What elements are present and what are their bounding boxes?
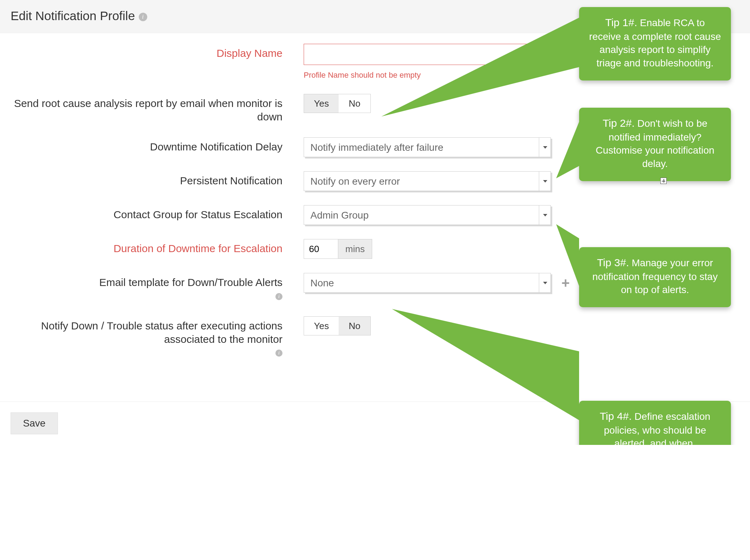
info-icon[interactable]: i xyxy=(275,350,282,357)
label-duration: Duration of Downtime for Escalation xyxy=(11,239,304,255)
duration-input[interactable] xyxy=(304,239,338,258)
notify-after-yes-button[interactable]: Yes xyxy=(304,317,339,335)
tip-3-callout: Tip 3#. Manage your error notification f… xyxy=(579,247,731,307)
tip-4-callout: Tip 4#. Define escalation policies, who … xyxy=(579,401,731,445)
label-contact-group: Contact Group for Status Escalation xyxy=(11,205,304,221)
persistent-select[interactable]: Notify on every error xyxy=(304,171,551,191)
rca-yes-button[interactable]: Yes xyxy=(304,94,339,113)
label-email-template: Email template for Down/Trouble Alerts i xyxy=(11,273,304,302)
contact-group-select[interactable]: Admin Group xyxy=(304,205,551,225)
notify-after-toggle: Yes No xyxy=(304,316,371,335)
tip-2-title: Tip 2#. xyxy=(603,117,635,129)
tip-1-callout: Tip 1#. Enable RCA to receive a complete… xyxy=(579,7,731,81)
label-rca-email: Send root cause analysis report by email… xyxy=(11,94,304,123)
row-contact-group: Contact Group for Status Escalation Admi… xyxy=(11,205,739,225)
display-name-error: Profile Name should not be empty xyxy=(304,71,421,80)
info-icon[interactable]: i xyxy=(275,293,282,300)
row-notify-after: Notify Down / Trouble status after execu… xyxy=(11,316,739,359)
expand-icon[interactable] xyxy=(660,178,667,184)
save-button[interactable]: Save xyxy=(11,412,58,434)
email-template-select[interactable]: None xyxy=(304,273,551,293)
label-delay: Downtime Notification Delay xyxy=(11,137,304,154)
tip-2-callout: Tip 2#. Don't wish to be notified immedi… xyxy=(579,108,731,181)
info-icon[interactable]: i xyxy=(139,13,147,21)
notify-after-no-button[interactable]: No xyxy=(339,317,370,335)
tip-3-title: Tip 3#. xyxy=(597,257,629,268)
duration-unit: mins xyxy=(338,239,372,258)
rca-email-toggle: Yes No xyxy=(304,94,371,113)
page-title: Edit Notification Profile xyxy=(11,9,135,23)
tip-4-title: Tip 4#. xyxy=(600,410,632,422)
delay-select[interactable]: Notify immediately after failure xyxy=(304,137,551,157)
form-area: Display Name Profile Name should not be … xyxy=(0,33,750,402)
label-persistent: Persistent Notification xyxy=(11,171,304,187)
tip-1-title: Tip 1#. xyxy=(605,17,637,28)
rca-no-button[interactable]: No xyxy=(339,94,370,113)
label-notify-after: Notify Down / Trouble status after execu… xyxy=(11,316,304,359)
add-template-icon[interactable]: + xyxy=(561,273,570,293)
label-display-name: Display Name xyxy=(11,44,304,60)
